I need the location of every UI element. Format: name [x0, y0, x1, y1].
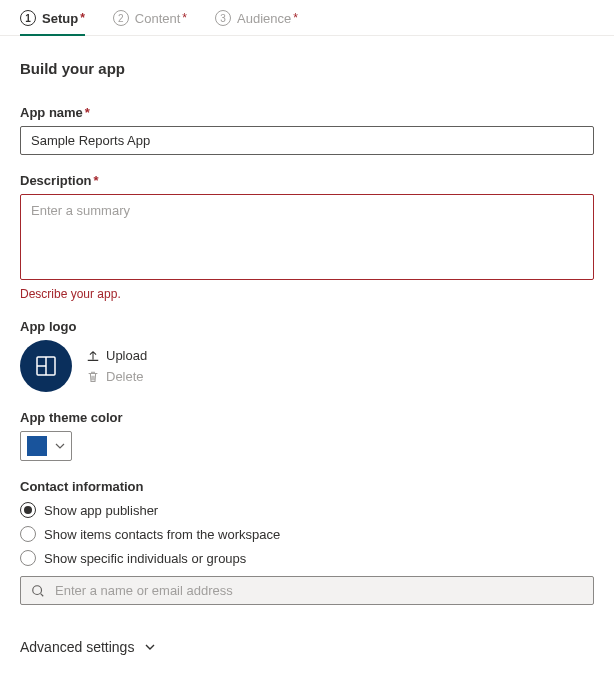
chevron-down-icon	[144, 641, 156, 653]
field-description: Description* Describe your app.	[20, 173, 594, 301]
tab-audience[interactable]: 3 Audience*	[215, 10, 298, 36]
radio-icon	[20, 502, 36, 518]
svg-line-4	[41, 593, 44, 596]
delete-label: Delete	[106, 369, 144, 384]
chevron-down-icon	[55, 441, 65, 451]
field-theme-color: App theme color	[20, 410, 594, 461]
search-icon	[31, 584, 45, 598]
step-number-icon: 1	[20, 10, 36, 26]
theme-color-picker[interactable]	[20, 431, 72, 461]
contact-search-box[interactable]	[20, 576, 594, 605]
app-name-input[interactable]	[20, 126, 594, 155]
required-asterisk: *	[85, 105, 90, 120]
upload-logo-button[interactable]: Upload	[86, 348, 147, 363]
app-logo-icon	[34, 354, 58, 378]
color-swatch	[27, 436, 47, 456]
radio-label: Show app publisher	[44, 503, 158, 518]
radio-show-publisher[interactable]: Show app publisher	[20, 502, 594, 518]
description-error: Describe your app.	[20, 287, 594, 301]
contact-radio-group: Show app publisher Show items contacts f…	[20, 502, 594, 566]
required-asterisk: *	[182, 11, 187, 25]
radio-show-specific[interactable]: Show specific individuals or groups	[20, 550, 594, 566]
radio-label: Show specific individuals or groups	[44, 551, 246, 566]
tab-label: Audience	[237, 11, 291, 26]
tab-content[interactable]: 2 Content*	[113, 10, 187, 36]
wizard-tabs: 1 Setup* 2 Content* 3 Audience*	[0, 0, 614, 36]
required-asterisk: *	[94, 173, 99, 188]
description-input[interactable]	[20, 194, 594, 280]
upload-icon	[86, 349, 100, 363]
app-logo-label: App logo	[20, 319, 594, 334]
delete-logo-button: Delete	[86, 369, 147, 384]
description-label: Description*	[20, 173, 594, 188]
setup-form: Build your app App name* Description* De…	[0, 36, 614, 685]
step-number-icon: 2	[113, 10, 129, 26]
required-asterisk: *	[293, 11, 298, 25]
field-contact-info: Contact information Show app publisher S…	[20, 479, 594, 605]
radio-label: Show items contacts from the workspace	[44, 527, 280, 542]
advanced-settings-label: Advanced settings	[20, 639, 134, 655]
svg-point-3	[33, 585, 42, 594]
contact-info-label: Contact information	[20, 479, 594, 494]
delete-icon	[86, 370, 100, 384]
required-asterisk: *	[80, 11, 85, 25]
advanced-settings-toggle[interactable]: Advanced settings	[20, 639, 594, 655]
page-title: Build your app	[20, 60, 594, 77]
tab-setup[interactable]: 1 Setup*	[20, 10, 85, 36]
upload-label: Upload	[106, 348, 147, 363]
radio-icon	[20, 550, 36, 566]
radio-show-workspace[interactable]: Show items contacts from the workspace	[20, 526, 594, 542]
app-name-label: App name*	[20, 105, 594, 120]
step-number-icon: 3	[215, 10, 231, 26]
field-app-logo: App logo Upload	[20, 319, 594, 392]
tab-label: Content	[135, 11, 181, 26]
radio-icon	[20, 526, 36, 542]
field-app-name: App name*	[20, 105, 594, 155]
tab-label: Setup	[42, 11, 78, 26]
theme-color-label: App theme color	[20, 410, 594, 425]
app-logo-preview	[20, 340, 72, 392]
contact-search-input[interactable]	[55, 583, 583, 598]
